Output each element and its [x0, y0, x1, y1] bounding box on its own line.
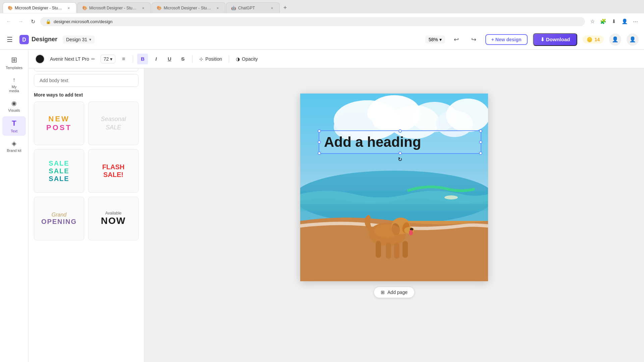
- text-style-available-now[interactable]: Available NOW: [88, 197, 139, 240]
- tab1-favicon: 🎨: [8, 6, 13, 10]
- grand-text: Grand: [41, 212, 77, 218]
- toolbar-divider-1: [133, 55, 133, 63]
- text-style-flash-sale[interactable]: FLASHSALE!: [88, 149, 139, 193]
- svg-rect-22: [394, 243, 399, 259]
- text-align-button[interactable]: ≡: [118, 54, 129, 64]
- available-now-content: Available NOW: [101, 211, 126, 226]
- tab3-close[interactable]: ×: [215, 5, 220, 11]
- undo-button[interactable]: ↩: [450, 34, 463, 46]
- tab4-favicon: 🤖: [231, 6, 236, 10]
- sidebar-item-media[interactable]: ↑ My media: [2, 74, 26, 96]
- strikethrough-button[interactable]: S: [177, 54, 188, 64]
- font-family-selector[interactable]: Avenir Next LT Pro ✏: [47, 55, 98, 63]
- menu-button[interactable]: ⋯: [631, 17, 640, 26]
- back-button[interactable]: ←: [4, 17, 13, 26]
- resize-handle-top-left[interactable]: [318, 129, 321, 133]
- browser-tab-4[interactable]: 🤖 ChatGPT ×: [226, 2, 280, 13]
- rotate-handle[interactable]: ↻: [398, 156, 402, 163]
- now-text: NOW: [101, 216, 126, 226]
- resize-handle-top-right[interactable]: [479, 129, 482, 133]
- position-icon: ⊹: [199, 56, 203, 62]
- flash-sale-text: FLASHSALE!: [102, 163, 125, 179]
- new-tab-button[interactable]: +: [280, 3, 290, 12]
- italic-button[interactable]: I: [151, 54, 161, 64]
- toolbar-divider-2: [192, 55, 193, 63]
- profile-icon: 👤: [629, 36, 636, 43]
- text-style-sale-stack[interactable]: SALE SALE SALE: [34, 149, 84, 193]
- design-name-dropdown[interactable]: Design 31 ▾: [63, 36, 95, 44]
- tab2-close[interactable]: ×: [141, 5, 146, 11]
- font-size-value: 72: [104, 56, 109, 62]
- font-size-control[interactable]: 72 ▾: [101, 55, 116, 63]
- text-style-grand-opening[interactable]: Grand OPENING: [34, 197, 84, 240]
- visuals-icon: ◉: [11, 100, 17, 107]
- profile-button[interactable]: 👤: [627, 34, 639, 46]
- tab3-title: Microsoft Designer - Stunning...: [164, 6, 213, 10]
- address-bar[interactable]: 🔒 designer.microsoft.com/design: [40, 17, 585, 26]
- bold-button[interactable]: B: [137, 54, 148, 64]
- opacity-label: Opacity: [242, 56, 258, 62]
- text-icon: T: [12, 119, 16, 128]
- sale-stack-content: SALE SALE SALE: [49, 160, 69, 183]
- resize-handle-bottom-middle[interactable]: [398, 152, 402, 155]
- templates-label: Templates: [6, 66, 22, 70]
- text-style-seasonal-sale[interactable]: SeasonalSALE: [88, 102, 139, 145]
- tab1-close[interactable]: ×: [66, 5, 71, 11]
- bookmark-button[interactable]: ☆: [588, 17, 597, 26]
- design-name-label: Design 31: [66, 37, 87, 42]
- opacity-button[interactable]: ◑ Opacity: [233, 55, 260, 63]
- tab2-favicon: 🎨: [82, 6, 87, 10]
- hamburger-menu[interactable]: ☰: [5, 34, 14, 45]
- resize-handle-middle-right[interactable]: [479, 140, 482, 144]
- redo-button[interactable]: ↪: [468, 34, 480, 46]
- canvas-area: Add a heading ↻ ⊞ Add page: [144, 29, 644, 362]
- canvas-container[interactable]: Add a heading ↻: [300, 94, 488, 281]
- svg-point-24: [374, 224, 401, 238]
- sidebar-item-text[interactable]: T Text: [2, 116, 26, 136]
- sidebar-item-visuals[interactable]: ◉ Visuals: [2, 97, 26, 115]
- coin-count: 14: [594, 37, 600, 42]
- download-nav-button[interactable]: ⬇: [609, 17, 619, 26]
- browser-tab-2[interactable]: 🎨 Microsoft Designer - Stunning... ×: [77, 2, 151, 13]
- browser-tab-3[interactable]: 🎨 Microsoft Designer - Stunning... ×: [152, 2, 225, 13]
- position-button[interactable]: ⊹ Position: [197, 55, 225, 63]
- forward-button[interactable]: →: [16, 17, 25, 26]
- sidebar-item-templates[interactable]: ⊞ Templates: [2, 53, 26, 72]
- svg-rect-21: [386, 243, 391, 259]
- new-post-post-text: POST: [46, 123, 72, 132]
- resize-handle-top-middle[interactable]: [398, 129, 402, 133]
- sidebar-item-brand[interactable]: ◈ Brand kit: [2, 137, 26, 155]
- add-page-icon: ⊞: [381, 290, 385, 295]
- media-label: My media: [6, 85, 22, 93]
- opacity-icon: ◑: [236, 56, 240, 62]
- app-header: ☰ D Designer Design 31 ▾ 58% ▾ ↩ ↪ + New…: [0, 29, 644, 50]
- svg-rect-23: [402, 241, 408, 258]
- designer-logo: D Designer: [19, 35, 57, 44]
- browser-tab-1[interactable]: 🎨 Microsoft Designer - Stunning... ×: [3, 2, 76, 13]
- designer-logo-text: Designer: [32, 36, 57, 43]
- new-design-button[interactable]: + New design: [485, 34, 528, 45]
- sale-line-3: SALE: [49, 175, 69, 183]
- font-color-swatch[interactable]: [35, 54, 45, 64]
- add-page-button[interactable]: ⊞ Add page: [374, 287, 415, 298]
- toolbar-divider-3: [229, 55, 229, 63]
- brand-label: Brand kit: [7, 148, 21, 153]
- share-button[interactable]: 👤: [609, 34, 621, 46]
- download-button[interactable]: ⬇ Download: [533, 33, 578, 46]
- font-name-label: Avenir Next LT Pro: [50, 56, 89, 62]
- zoom-level: 58%: [429, 37, 438, 42]
- canvas-text-element[interactable]: Add a heading ↻: [319, 130, 481, 154]
- text-style-new-post[interactable]: NEW POST: [34, 102, 84, 145]
- designer-logo-icon: D: [19, 35, 29, 44]
- extensions-button[interactable]: 🧩: [598, 17, 608, 26]
- add-body-text-button[interactable]: Add body text: [34, 74, 139, 87]
- tab4-title: ChatGPT: [238, 6, 267, 10]
- flash-sale-content: FLASHSALE!: [102, 163, 125, 179]
- zoom-chevron-icon: ▾: [439, 37, 442, 42]
- underline-button[interactable]: U: [164, 54, 175, 64]
- reload-button[interactable]: ↻: [28, 17, 38, 26]
- resize-handle-middle-left[interactable]: [318, 140, 321, 144]
- tab4-close[interactable]: ×: [269, 5, 275, 11]
- profile-nav-button[interactable]: 👤: [620, 17, 629, 26]
- zoom-control[interactable]: 58% ▾: [425, 36, 445, 44]
